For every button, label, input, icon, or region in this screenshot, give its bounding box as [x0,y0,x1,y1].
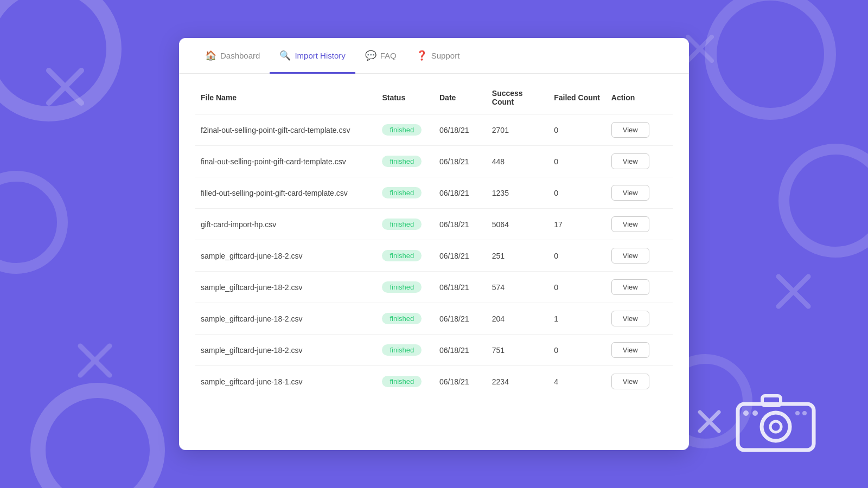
cell-filename: final-out-selling-point-gift-card-templa… [195,146,376,177]
cell-filename: f2inal-out-selling-point-gift-card-templ… [195,114,376,146]
cell-failed-count: 4 [548,366,606,397]
svg-line-25 [700,412,719,431]
view-button[interactable]: View [611,248,649,264]
cell-action: View [606,114,673,146]
cell-success-count: 1235 [487,177,548,209]
cell-date: 06/18/21 [434,177,487,209]
table-row: sample_giftcard-june-18-1.csv finished 0… [195,366,673,397]
cell-date: 06/18/21 [434,240,487,272]
col-header-success-count: Success Count [487,79,548,114]
svg-line-13 [778,277,808,306]
col-header-filename: File Name [195,79,376,114]
table-container: File Name Status Date Success Count Fail… [179,74,689,413]
status-badge: finished [382,313,422,324]
svg-point-21 [752,410,758,416]
cell-status: finished [376,240,434,272]
svg-rect-16 [738,404,814,450]
svg-line-11 [688,37,712,61]
cell-success-count: 2701 [487,114,548,146]
cell-failed-count: 1 [548,303,606,335]
cell-failed-count: 0 [548,272,606,303]
cell-date: 06/18/21 [434,114,487,146]
cell-date: 06/18/21 [434,366,487,397]
svg-point-0 [0,0,114,114]
main-card: 🏠 Dashboard 🔍 Import History 💬 FAQ ❓ Sup… [179,38,689,450]
svg-point-17 [762,413,790,441]
table-header-row: File Name Status Date Success Count Fail… [195,79,673,114]
table-row: filled-out-selling-point-gift-card-templ… [195,177,673,209]
cell-success-count: 448 [487,146,548,177]
cell-failed-count: 0 [548,335,606,366]
cell-filename: sample_giftcard-june-18-2.csv [195,303,376,335]
cell-failed-count: 0 [548,177,606,209]
view-button[interactable]: View [611,279,649,295]
svg-line-7 [49,70,81,103]
cell-filename: filled-out-selling-point-gift-card-templ… [195,177,376,209]
cell-failed-count: 0 [548,240,606,272]
tab-dashboard[interactable]: 🏠 Dashboard [195,38,270,74]
svg-point-22 [795,411,800,415]
view-button[interactable]: View [611,153,649,169]
cell-success-count: 204 [487,303,548,335]
svg-point-23 [802,411,807,415]
cell-date: 06/18/21 [434,146,487,177]
cell-status: finished [376,335,434,366]
col-header-action: Action [606,79,673,114]
cell-filename: sample_giftcard-june-18-2.csv [195,240,376,272]
cell-success-count: 574 [487,272,548,303]
view-button[interactable]: View [611,185,649,201]
cell-success-count: 5064 [487,209,548,240]
svg-point-18 [770,421,781,432]
tab-support[interactable]: ❓ Support [406,38,470,74]
cell-failed-count: 0 [548,146,606,177]
cell-failed-count: 0 [548,114,606,146]
cell-action: View [606,146,673,177]
cell-date: 06/18/21 [434,209,487,240]
cell-success-count: 751 [487,335,548,366]
tab-faq-label: FAQ [380,51,397,60]
cell-success-count: 2234 [487,366,548,397]
cell-status: finished [376,272,434,303]
tab-faq[interactable]: 💬 FAQ [355,38,406,74]
cell-status: finished [376,209,434,240]
tab-import-history-label: Import History [295,51,345,60]
cell-action: View [606,209,673,240]
svg-point-4 [784,149,868,252]
tab-import-history[interactable]: 🔍 Import History [270,38,355,74]
svg-line-24 [700,412,719,431]
status-badge: finished [382,250,422,261]
cell-status: finished [376,114,434,146]
nav-tabs: 🏠 Dashboard 🔍 Import History 💬 FAQ ❓ Sup… [179,38,689,74]
view-button[interactable]: View [611,122,649,138]
col-header-failed-count: Failed Count [548,79,606,114]
status-badge: finished [382,344,422,356]
cell-status: finished [376,177,434,209]
chat-icon: 💬 [365,50,376,61]
cell-status: finished [376,146,434,177]
svg-rect-19 [762,396,781,406]
svg-point-20 [743,410,749,416]
col-header-date: Date [434,79,487,114]
status-badge: finished [382,124,422,136]
cell-date: 06/18/21 [434,335,487,366]
table-row: sample_giftcard-june-18-2.csv finished 0… [195,272,673,303]
table-row: sample_giftcard-june-18-2.csv finished 0… [195,240,673,272]
view-button[interactable]: View [611,216,649,232]
cell-date: 06/18/21 [434,303,487,335]
cell-action: View [606,303,673,335]
cell-status: finished [376,366,434,397]
cell-action: View [606,366,673,397]
cell-action: View [606,335,673,366]
status-badge: finished [382,187,422,198]
table-row: f2inal-out-selling-point-gift-card-templ… [195,114,673,146]
status-badge: finished [382,219,422,230]
status-badge: finished [382,156,422,167]
table-row: gift-card-import-hp.csv finished 06/18/2… [195,209,673,240]
view-button[interactable]: View [611,374,649,389]
view-button[interactable]: View [611,342,649,358]
svg-point-1 [0,176,62,268]
cell-filename: sample_giftcard-june-18-2.csv [195,272,376,303]
cell-action: View [606,272,673,303]
view-button[interactable]: View [611,311,649,326]
tab-dashboard-label: Dashboard [220,51,260,60]
